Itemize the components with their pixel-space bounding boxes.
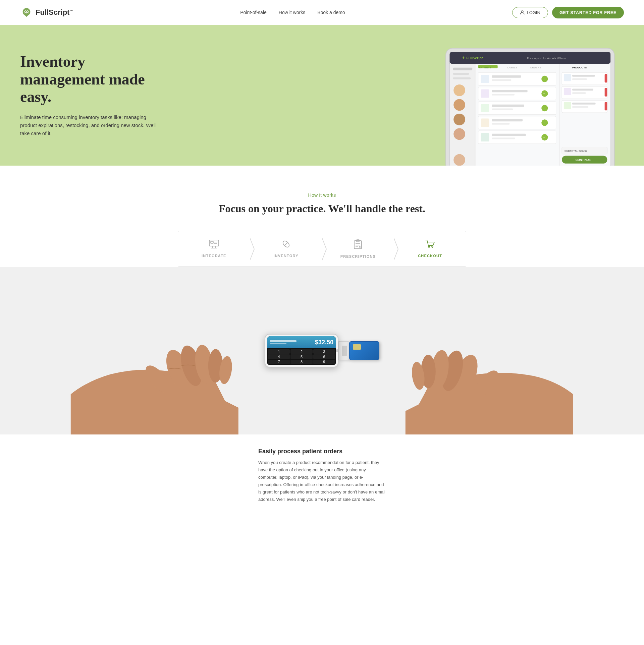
svg-rect-57 bbox=[605, 74, 607, 82]
svg-rect-64 bbox=[564, 102, 571, 109]
svg-rect-42 bbox=[481, 119, 489, 127]
svg-rect-60 bbox=[572, 89, 593, 91]
svg-point-89 bbox=[432, 246, 433, 247]
checkout-section: $32.50 1 2 3 4 5 6 7 8 9 bbox=[0, 267, 644, 434]
checkout-body: When you create a product recommendation… bbox=[258, 459, 386, 504]
hero-subtitle: Eliminate time consuming inventory tasks… bbox=[20, 113, 164, 137]
key-5: 5 bbox=[290, 354, 312, 359]
svg-rect-31 bbox=[492, 90, 527, 93]
tab-prescriptions[interactable]: PRESCRIPTIONS bbox=[322, 231, 394, 267]
svg-point-88 bbox=[428, 246, 430, 247]
card-reader-dongle bbox=[338, 341, 351, 360]
logo-icon bbox=[20, 6, 33, 19]
svg-rect-61 bbox=[572, 92, 586, 94]
phone-amount: $32.50 bbox=[315, 339, 333, 346]
screen-line-2 bbox=[270, 343, 286, 344]
tab-checkout-label: CHECKOUT bbox=[418, 254, 442, 258]
reader-slot bbox=[342, 346, 347, 356]
nav-link-how[interactable]: How it works bbox=[279, 10, 305, 15]
svg-rect-65 bbox=[572, 103, 596, 105]
svg-text:ORDERS: ORDERS bbox=[530, 66, 541, 69]
checkout-text-section: Easily process patient orders When you c… bbox=[0, 434, 644, 530]
checkout-heading: Easily process patient orders bbox=[258, 448, 386, 455]
svg-rect-24 bbox=[481, 75, 489, 83]
svg-line-82 bbox=[284, 242, 288, 246]
tablet-svg: ⚘ FullScript Prescription for Angela Wil… bbox=[436, 45, 631, 166]
svg-text:LABELS: LABELS bbox=[507, 66, 517, 69]
tab-integrate[interactable]: INTEGRATE bbox=[178, 231, 250, 267]
page-wrapper: FullScript™ Point-of-sale How it works B… bbox=[0, 0, 644, 530]
navigation: FullScript™ Point-of-sale How it works B… bbox=[0, 0, 644, 25]
tab-integrate-label: INTEGRATE bbox=[202, 254, 226, 258]
checkout-text-block: Easily process patient orders When you c… bbox=[258, 448, 386, 504]
svg-rect-49 bbox=[492, 134, 526, 136]
svg-rect-36 bbox=[481, 104, 489, 112]
svg-rect-50 bbox=[492, 138, 515, 139]
svg-rect-38 bbox=[492, 109, 513, 110]
svg-text:PATIENTS: PATIENTS bbox=[479, 66, 491, 69]
svg-rect-48 bbox=[481, 133, 489, 141]
svg-rect-56 bbox=[572, 78, 587, 80]
svg-rect-62 bbox=[605, 88, 607, 97]
svg-rect-67 bbox=[605, 102, 607, 110]
key-4: 4 bbox=[268, 354, 290, 359]
key-3: 3 bbox=[313, 349, 335, 354]
nav-buttons: LOGIN GET STARTED FOR FREE bbox=[512, 7, 624, 18]
svg-text:⚘ FullScript: ⚘ FullScript bbox=[462, 56, 483, 60]
svg-rect-78 bbox=[211, 241, 213, 243]
tab-inventory[interactable]: INVENTORY bbox=[250, 231, 322, 267]
credit-card bbox=[349, 341, 379, 360]
svg-point-15 bbox=[453, 154, 465, 166]
svg-rect-32 bbox=[492, 94, 515, 96]
login-button[interactable]: LOGIN bbox=[512, 7, 548, 18]
phone-screen: $32.50 1 2 3 4 5 6 7 8 9 bbox=[267, 336, 336, 365]
svg-rect-26 bbox=[492, 79, 511, 81]
phone-button bbox=[336, 349, 338, 352]
user-icon bbox=[520, 10, 525, 15]
get-started-button[interactable]: GET STARTED FOR FREE bbox=[552, 7, 624, 18]
svg-rect-30 bbox=[481, 90, 489, 98]
phone-mock: $32.50 1 2 3 4 5 6 7 8 9 bbox=[265, 334, 338, 367]
svg-text:PRODUCTS: PRODUCTS bbox=[572, 66, 587, 69]
key-7: 7 bbox=[268, 360, 290, 364]
svg-text:+: + bbox=[543, 107, 545, 110]
svg-rect-59 bbox=[564, 88, 571, 95]
svg-point-14 bbox=[453, 128, 465, 140]
svg-rect-37 bbox=[492, 105, 524, 107]
section-eyebrow: How it works bbox=[20, 192, 624, 198]
svg-text:+: + bbox=[543, 136, 545, 139]
svg-text:CONTINUE: CONTINUE bbox=[576, 158, 591, 162]
nav-link-demo[interactable]: Book a demo bbox=[317, 10, 345, 15]
key-1: 1 bbox=[268, 349, 290, 354]
svg-rect-43 bbox=[492, 119, 523, 122]
cart-icon bbox=[425, 239, 435, 251]
card-chip bbox=[353, 344, 361, 350]
left-hand-area bbox=[0, 320, 309, 434]
tabs-row: INTEGRATE INVENTORY bbox=[178, 231, 466, 267]
nav-links: Point-of-sale How it works Book a demo bbox=[240, 10, 345, 15]
svg-rect-55 bbox=[572, 75, 595, 77]
svg-rect-66 bbox=[572, 106, 588, 108]
nav-link-pos[interactable]: Point-of-sale bbox=[240, 10, 267, 15]
tab-checkout[interactable]: CHECKOUT bbox=[394, 231, 466, 267]
svg-point-12 bbox=[453, 99, 465, 111]
hero-content: Inventory management made easy. Eliminat… bbox=[20, 53, 164, 158]
right-hand-area bbox=[335, 327, 644, 434]
svg-rect-9 bbox=[453, 73, 469, 75]
hero-section: Inventory management made easy. Eliminat… bbox=[0, 25, 644, 166]
logo[interactable]: FullScript™ bbox=[20, 6, 73, 19]
key-2: 2 bbox=[290, 349, 312, 354]
phone-card-assembly: $32.50 1 2 3 4 5 6 7 8 9 bbox=[265, 334, 379, 367]
svg-text:+: + bbox=[543, 77, 545, 81]
phone-screen-info bbox=[270, 340, 315, 344]
svg-rect-44 bbox=[492, 123, 509, 125]
key-8: 8 bbox=[290, 360, 312, 364]
tab-prescriptions-label: PRESCRIPTIONS bbox=[340, 254, 376, 258]
svg-text:Prescription for Angela Wilson: Prescription for Angela Wilson bbox=[527, 57, 566, 60]
pill-icon bbox=[281, 239, 291, 251]
phone-screen-top: $32.50 bbox=[267, 336, 336, 348]
svg-text:+: + bbox=[543, 92, 545, 96]
how-it-works-section: How it works Focus on your practice. We'… bbox=[0, 166, 644, 267]
monitor-icon bbox=[209, 239, 219, 251]
tablet-illustration: ⚘ FullScript Prescription for Angela Wil… bbox=[436, 45, 631, 166]
